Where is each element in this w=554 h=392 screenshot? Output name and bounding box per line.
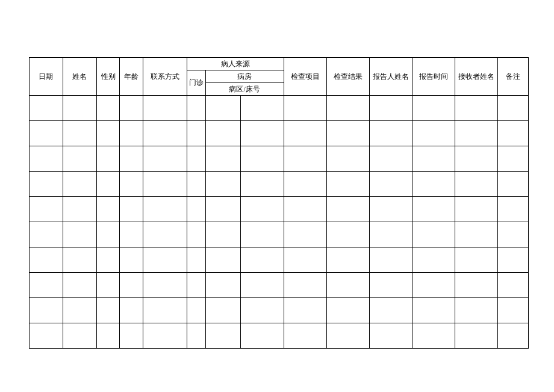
table-cell <box>284 172 326 197</box>
table-cell <box>284 298 326 323</box>
table-cell <box>30 323 63 349</box>
table-cell <box>412 222 455 247</box>
table-cell <box>241 323 284 349</box>
table-cell <box>498 172 529 197</box>
table-cell <box>30 273 63 298</box>
table-cell <box>96 96 120 121</box>
table-cell <box>326 323 369 349</box>
table-cell <box>63 146 96 172</box>
table-cell <box>498 323 529 349</box>
table-cell <box>143 96 187 121</box>
table-cell <box>187 273 205 298</box>
table-cell <box>120 222 143 247</box>
table-cell <box>30 121 63 146</box>
table-cell <box>326 146 369 172</box>
table-cell <box>326 96 369 121</box>
table-row <box>30 247 529 273</box>
table-cell <box>412 247 455 273</box>
table-cell <box>498 222 529 247</box>
header-row-1: 日期 姓名 性别 年龄 联系方式 病人来源 检查项目 检查结果 报告人姓名 报告… <box>30 58 529 70</box>
table-cell <box>369 298 412 323</box>
table-cell <box>205 146 241 172</box>
table-cell <box>498 273 529 298</box>
table-cell <box>30 172 63 197</box>
table-cell <box>63 172 96 197</box>
table-cell <box>412 121 455 146</box>
table-cell <box>120 96 143 121</box>
table-cell <box>187 197 205 222</box>
table-cell <box>63 247 96 273</box>
log-table: 日期 姓名 性别 年龄 联系方式 病人来源 检查项目 检查结果 报告人姓名 报告… <box>29 57 529 349</box>
table-cell <box>369 146 412 172</box>
table-cell <box>412 96 455 121</box>
table-cell <box>326 273 369 298</box>
table-cell <box>143 273 187 298</box>
table-cell <box>369 247 412 273</box>
table-cell <box>455 323 498 349</box>
table-cell <box>143 247 187 273</box>
table-cell <box>96 197 120 222</box>
table-cell <box>143 222 187 247</box>
table-cell <box>143 197 187 222</box>
table-cell <box>63 273 96 298</box>
table-cell <box>187 247 205 273</box>
table-cell <box>455 197 498 222</box>
table-cell <box>143 323 187 349</box>
table-cell <box>241 197 284 222</box>
header-source-group: 病人来源 <box>187 58 284 70</box>
table-cell <box>241 247 284 273</box>
header-sex: 性别 <box>96 58 120 96</box>
table-cell <box>284 247 326 273</box>
table-cell <box>30 96 63 121</box>
table-cell <box>205 172 241 197</box>
table-cell <box>63 197 96 222</box>
table-cell <box>498 96 529 121</box>
table-row <box>30 298 529 323</box>
table-cell <box>241 222 284 247</box>
table-cell <box>30 146 63 172</box>
table-cell <box>187 298 205 323</box>
table-cell <box>30 222 63 247</box>
table-cell <box>455 247 498 273</box>
table-cell <box>143 146 187 172</box>
table-cell <box>96 222 120 247</box>
table-cell <box>63 121 96 146</box>
table-cell <box>284 222 326 247</box>
table-cell <box>96 172 120 197</box>
table-cell <box>96 247 120 273</box>
table-cell <box>205 96 241 121</box>
table-cell <box>326 298 369 323</box>
header-contact: 联系方式 <box>143 58 187 96</box>
table-cell <box>326 247 369 273</box>
table-row <box>30 121 529 146</box>
table-cell <box>241 273 284 298</box>
table-cell <box>241 121 284 146</box>
table-cell <box>412 323 455 349</box>
table-cell <box>96 121 120 146</box>
table-cell <box>30 247 63 273</box>
table-cell <box>205 323 241 349</box>
table-cell <box>120 247 143 273</box>
table-cell <box>498 298 529 323</box>
table-cell <box>96 273 120 298</box>
table-cell <box>412 172 455 197</box>
table-cell <box>498 146 529 172</box>
table-row <box>30 172 529 197</box>
table-cell <box>369 323 412 349</box>
table-cell <box>30 197 63 222</box>
table-cell <box>284 323 326 349</box>
table-cell <box>455 146 498 172</box>
table-cell <box>187 146 205 172</box>
header-reporter-name: 报告人姓名 <box>369 58 412 96</box>
table-cell <box>187 172 205 197</box>
table-cell <box>96 146 120 172</box>
table-cell <box>412 146 455 172</box>
table-cell <box>498 247 529 273</box>
header-source-bed: 病区/床号 <box>205 83 284 96</box>
table-cell <box>63 323 96 349</box>
table-cell <box>455 222 498 247</box>
table-cell <box>143 298 187 323</box>
table-body: 日期 姓名 性别 年龄 联系方式 病人来源 检查项目 检查结果 报告人姓名 报告… <box>30 58 529 96</box>
table-cell <box>326 172 369 197</box>
table-cell <box>187 323 205 349</box>
